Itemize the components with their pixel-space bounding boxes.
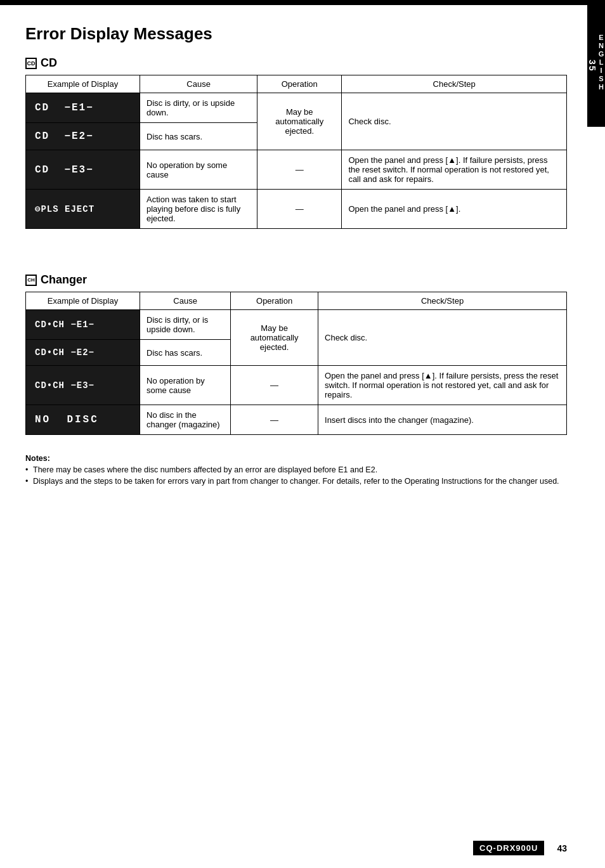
table-row: CD•CH −E1− Disc is dirty, or is upside d… — [26, 310, 567, 340]
cd-table: Example of Display Cause Operation Check… — [25, 75, 567, 229]
notes-section: Notes: There may be cases where the disc… — [25, 454, 567, 486]
checkstep-cell-e3: Open the panel and press [▲]. If failure… — [342, 150, 567, 190]
changer-table: Example of Display Cause Operation Check… — [25, 292, 567, 435]
cause-cell-e2: Disc has scars. — [140, 123, 257, 150]
display-cell-no-disc: NO DISC — [26, 405, 140, 435]
table-row: CD•CH −E3− No operation by some cause — … — [26, 366, 567, 405]
changer-section-label: Changer — [41, 273, 87, 287]
notes-title: Notes: — [25, 454, 567, 463]
checkstep-cell-ch-e1-e2: Check disc. — [318, 310, 567, 366]
table-row: CD −E1− Disc is dirty, or is upside down… — [26, 93, 567, 123]
operation-cell-pls-eject: — — [257, 190, 342, 229]
operation-cell-e3: — — [257, 150, 342, 190]
footer: CQ-DRX900U 43 — [473, 841, 567, 855]
table-row: NO DISC No disc in the changer (magazine… — [26, 405, 567, 435]
changer-col-cause: Cause — [140, 292, 231, 310]
notes-item-1: There may be cases where the disc number… — [25, 465, 567, 474]
checkstep-cell-ch-e3: Open the panel and press [▲]. If failure… — [318, 366, 567, 405]
model-badge: CQ-DRX900U — [473, 841, 544, 855]
cause-cell-ch-e1: Disc is dirty, or is upside down. — [140, 310, 231, 340]
section-number: 35 — [587, 60, 597, 72]
display-cell-e2: CD −E2− — [26, 123, 140, 150]
cd-icon: CD — [25, 58, 37, 69]
cd-col-checkstep: Check/Step — [342, 75, 567, 93]
operation-cell-no-disc: — — [231, 405, 318, 435]
cd-col-operation: Operation — [257, 75, 342, 93]
operation-cell-ch-e1-e2: May be automatically ejected. — [231, 310, 318, 366]
cause-cell-pls-eject: Action was taken to start playing before… — [140, 190, 257, 229]
page-number: 43 — [557, 843, 567, 853]
display-cell-ch-e2: CD•CH −E2− — [26, 340, 140, 366]
changer-col-checkstep: Check/Step — [318, 292, 567, 310]
display-cell-ch-e1: CD•CH −E1− — [26, 310, 140, 340]
changer-table-header-row: Example of Display Cause Operation Check… — [26, 292, 567, 310]
cd-col-cause: Cause — [140, 75, 257, 93]
cd-section-label: CD — [41, 56, 57, 70]
checkstep-cell-no-disc: Insert discs into the changer (magazine)… — [318, 405, 567, 435]
checkstep-cell-e1-e2: Check disc. — [342, 93, 567, 150]
notes-item-2: Displays and the steps to be taken for e… — [25, 477, 567, 486]
language-label: ENGLISH — [597, 34, 605, 91]
cause-cell-e3: No operation by some cause — [140, 150, 257, 190]
operation-cell-ch-e3: — — [231, 366, 318, 405]
cause-cell-ch-e2: Disc has scars. — [140, 340, 231, 366]
changer-section-header: CH Changer — [25, 273, 567, 287]
display-cell-pls-eject: ⊖PLS EJECT — [26, 190, 140, 229]
cause-cell-no-disc: No disc in the changer (magazine) — [140, 405, 231, 435]
cd-table-header-row: Example of Display Cause Operation Check… — [26, 75, 567, 93]
changer-col-display: Example of Display — [26, 292, 140, 310]
page-title: Error Display Messages — [25, 24, 567, 44]
checkstep-cell-pls-eject: Open the panel and press [▲]. — [342, 190, 567, 229]
table-row: CD −E3− No operation by some cause — Ope… — [26, 150, 567, 190]
changer-icon: CH — [25, 275, 37, 286]
cause-cell-e1: Disc is dirty, or is upside down. — [140, 93, 257, 123]
side-tab: ENGLISH 35 — [587, 0, 605, 127]
top-bar — [0, 0, 605, 5]
table-row: ⊖PLS EJECT Action was taken to start pla… — [26, 190, 567, 229]
section-gap-1 — [25, 248, 567, 273]
cd-section-header: CD CD — [25, 56, 567, 70]
cd-col-display: Example of Display — [26, 75, 140, 93]
changer-col-operation: Operation — [231, 292, 318, 310]
cause-cell-ch-e3: No operation by some cause — [140, 366, 231, 405]
display-cell-e1: CD −E1− — [26, 93, 140, 123]
main-content: Error Display Messages CD CD Example of … — [0, 5, 605, 501]
operation-cell-e1-e2: May be automatically ejected. — [257, 93, 342, 150]
display-cell-ch-e3: CD•CH −E3− — [26, 366, 140, 405]
display-cell-e3: CD −E3− — [26, 150, 140, 190]
